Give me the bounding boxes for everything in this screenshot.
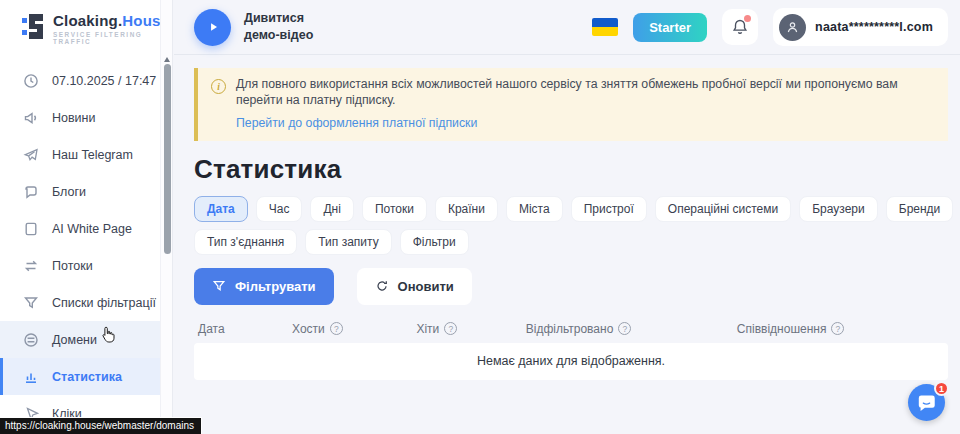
ukraine-flag-language-switcher[interactable] — [592, 18, 618, 36]
column-header-hosts: Хости — [292, 322, 416, 336]
tab-browsers[interactable]: Браузери — [799, 196, 878, 222]
sidebar-item-blogs[interactable]: Блоги — [0, 173, 160, 210]
sidebar-item-label: Наш Telegram — [52, 148, 133, 162]
tab-date[interactable]: Дата — [194, 196, 248, 222]
header-right-controls: Starter naata**********l.com — [592, 8, 948, 46]
notifications-button[interactable] — [722, 9, 758, 45]
sidebar-item-label: AI White Page — [52, 222, 132, 236]
tab-flows[interactable]: Потоки — [362, 196, 427, 222]
top-header: Дивитисядемо-відео Starter — [174, 0, 960, 55]
refresh-icon — [375, 279, 389, 293]
main-area: Дивитисядемо-відео Starter — [174, 0, 960, 434]
column-header-date: Дата — [194, 322, 292, 336]
filter-button[interactable]: Фільтрувати — [194, 268, 334, 305]
user-account-menu[interactable]: naata**********l.com — [773, 8, 948, 46]
chat-unread-badge: 1 — [934, 381, 949, 396]
brand-name: Cloaking.House — [53, 12, 169, 29]
tab-cities[interactable]: Міста — [506, 196, 563, 222]
sidebar-scrollbar[interactable] — [160, 0, 173, 434]
sidebar-item-label: Списки фільтрації — [52, 296, 156, 310]
sidebar-item-label: Потоки — [52, 259, 93, 273]
support-chat-button[interactable]: 1 — [908, 384, 945, 421]
stats-table-header: Дата Хости Хіти Відфільтровано Співвідно… — [194, 315, 948, 343]
table-empty-state: Немає даних для відображення. — [194, 343, 948, 380]
funnel-icon — [212, 279, 226, 293]
banner-text: Для повного використання всіх можливосте… — [236, 77, 898, 107]
telegram-icon — [23, 147, 39, 163]
tab-time[interactable]: Час — [256, 196, 303, 222]
sidebar-item-label: Домени — [52, 333, 97, 347]
help-icon[interactable] — [444, 322, 457, 335]
page-content: Для повного використання всіх можливосте… — [174, 55, 960, 380]
notification-dot — [744, 15, 751, 22]
globe-icon — [23, 332, 39, 348]
stats-tabs-row-1: Дата Час Дні Потоки Країни Міста Пристро… — [194, 196, 948, 222]
sidebar-item-label: 07.10.2025 / 17:47 — [52, 74, 156, 88]
sidebar-nav: 07.10.2025 / 17:47 Новини Наш Telegram Б… — [0, 56, 160, 432]
clock-icon — [23, 73, 39, 89]
trial-warning-banner: Для повного використання всіх можливосте… — [194, 68, 948, 141]
sidebar-item-statistics[interactable]: Статистика — [0, 358, 160, 395]
page-title: Статистика — [194, 154, 948, 185]
sidebar-item-label: Блоги — [52, 185, 86, 199]
sidebar-item-flows[interactable]: Потоки — [0, 247, 160, 284]
tab-operating-systems[interactable]: Операційні системи — [655, 196, 791, 222]
help-icon[interactable] — [330, 322, 343, 335]
sidebar-item-ai-white-page[interactable]: AI White Page — [0, 210, 160, 247]
table-actions: Фільтрувати Оновити — [194, 268, 948, 305]
refresh-button[interactable]: Оновити — [357, 268, 472, 305]
sidebar-item-filter-lists[interactable]: Списки фільтрації — [0, 284, 160, 321]
bar-chart-icon — [23, 369, 39, 385]
browser-status-bar: https://cloaking.house/webmaster/domains — [0, 417, 202, 434]
help-icon[interactable] — [618, 322, 631, 335]
avatar — [779, 14, 806, 41]
chat-bubble-icon — [23, 184, 39, 200]
tab-request-type[interactable]: Тип запиту — [305, 229, 391, 255]
column-header-hits: Хіти — [416, 322, 525, 336]
scroll-up-arrow-icon[interactable] — [164, 57, 170, 62]
funnel-icon — [23, 295, 39, 311]
plan-badge-button[interactable]: Starter — [633, 13, 707, 42]
column-header-ratio: Співвідношення — [737, 322, 948, 336]
sidebar-item-label: Новини — [52, 111, 96, 125]
tab-filters[interactable]: Фільтри — [400, 229, 469, 255]
tab-brands[interactable]: Бренди — [886, 196, 954, 222]
tab-countries[interactable]: Країни — [435, 196, 498, 222]
sidebar: Cloaking.House SERVICE FILTERING TRAFFIC… — [0, 0, 160, 434]
chat-widget-icon — [917, 394, 936, 412]
sidebar-item-domains[interactable]: Домени — [0, 321, 160, 358]
stats-tabs-row-2: Тип з'єднання Тип запиту Фільтри — [194, 229, 948, 255]
sidebar-item-label: Статистика — [52, 370, 122, 384]
app-window: Cloaking.House SERVICE FILTERING TRAFFIC… — [0, 0, 960, 434]
megaphone-icon — [23, 110, 39, 126]
demo-video-button[interactable]: Дивитисядемо-відео — [194, 9, 313, 46]
column-header-filtered: Відфільтровано — [526, 322, 737, 336]
help-icon[interactable] — [831, 322, 844, 335]
sidebar-item-datetime[interactable]: 07.10.2025 / 17:47 — [0, 62, 160, 99]
sidebar-item-telegram[interactable]: Наш Telegram — [0, 136, 160, 173]
info-icon — [211, 79, 226, 94]
demo-video-label: Дивитисядемо-відео — [244, 10, 313, 44]
upgrade-subscription-link[interactable]: Перейти до оформлення платної підписки — [236, 116, 477, 132]
flows-icon — [23, 258, 39, 274]
page-icon — [23, 221, 39, 237]
tab-connection-type[interactable]: Тип з'єднання — [194, 229, 297, 255]
cloaking-house-logo-icon — [22, 14, 44, 43]
person-icon — [785, 20, 800, 35]
brand-tagline: SERVICE FILTERING TRAFFIC — [53, 31, 169, 45]
user-email: naata**********l.com — [815, 20, 933, 34]
tab-days[interactable]: Дні — [310, 196, 353, 222]
tab-devices[interactable]: Пристрої — [571, 196, 647, 222]
sidebar-item-news[interactable]: Новини — [0, 99, 160, 136]
scrollbar-thumb[interactable] — [164, 64, 171, 254]
brand-logo[interactable]: Cloaking.House SERVICE FILTERING TRAFFIC — [0, 0, 160, 56]
play-icon[interactable] — [194, 9, 231, 46]
